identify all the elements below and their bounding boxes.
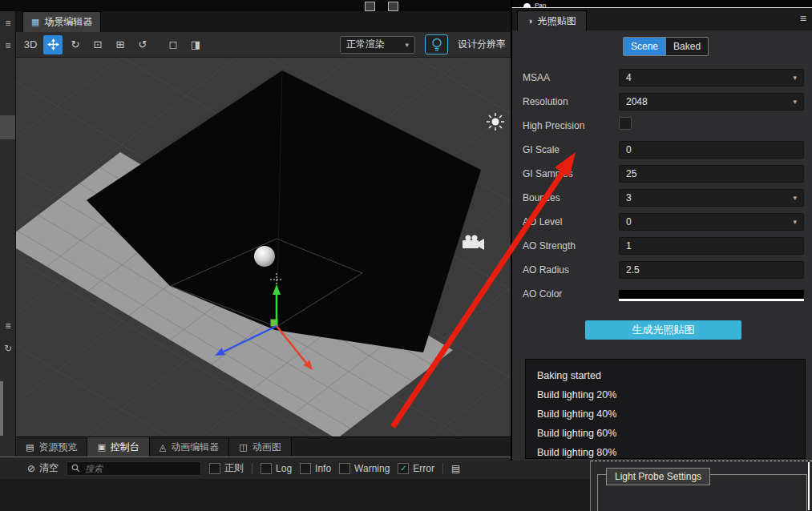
baked-mode-button[interactable]: Baked <box>665 38 708 55</box>
move-icon <box>47 38 59 50</box>
warning-checkbox[interactable] <box>339 463 350 474</box>
scene-tab-label: 场景编辑器 <box>44 15 92 29</box>
light-probe-settings-header[interactable]: Light Probe Settings <box>606 468 710 485</box>
filter-warning[interactable]: Warning <box>339 463 390 474</box>
move-tool-button[interactable] <box>43 35 63 54</box>
regex-checkbox[interactable] <box>209 463 220 474</box>
bake-log-line: Baking started <box>537 366 805 385</box>
sun-light-gizmo[interactable] <box>487 113 504 131</box>
scene-tabbar: ▦ 场景编辑器 <box>16 11 511 32</box>
lightmap-tab-label: 光照贴图 <box>538 14 576 28</box>
list-menu-icon[interactable]: ≡ <box>0 320 16 332</box>
ao-strength-input[interactable] <box>619 237 804 255</box>
chevron-down-icon: ▾ <box>793 194 797 202</box>
error-checkbox[interactable]: ✓ <box>398 463 409 474</box>
tab-label: 动画图 <box>252 441 281 454</box>
bake-log-line: Build lighting 60% <box>537 424 805 443</box>
field-label: High Precision <box>523 120 619 131</box>
high-precision-checkbox[interactable] <box>619 117 632 130</box>
window-title-fragment: Pan <box>535 2 546 8</box>
ao-radius-input[interactable] <box>619 261 804 279</box>
open-log-file-button[interactable]: ▤ <box>451 463 460 474</box>
regex-toggle[interactable]: 正则 <box>209 461 244 475</box>
sphere-object[interactable] <box>254 246 275 267</box>
transform-space-button[interactable]: ↺ <box>133 35 152 54</box>
form-row-bounces: Bounces 3 ▾ <box>523 189 804 207</box>
search-icon <box>71 464 80 473</box>
lightmap-panel: Pan ◑ 光照贴图 ≡ Scene Baked MSAA 4 ▾ Resolu… <box>511 0 812 461</box>
lightmap-tabbar: ◑ 光照贴图 ≡ <box>512 8 812 30</box>
select-value: 3 <box>626 192 793 203</box>
regex-label: 正则 <box>224 461 244 475</box>
filter-label: Info <box>315 463 331 474</box>
chevron-down-icon: ▾ <box>793 98 797 106</box>
pivot-toggle-button[interactable]: ◻ <box>164 35 183 54</box>
scene-baked-toggle: Scene Baked <box>623 37 709 56</box>
mode-3d-button[interactable]: 3D <box>21 35 40 54</box>
light-probe-group: Light Probe Settings <box>597 474 807 511</box>
tab-asset-preview[interactable]: ▤ 资源预览 <box>16 437 87 457</box>
cropped-toolbar-stub <box>388 2 398 11</box>
tab-label: 动画编辑器 <box>171 441 219 454</box>
form-row-ao-level: AO Level 0 ▾ <box>523 213 804 231</box>
inspector-scrollbar[interactable] <box>808 462 810 510</box>
field-label: Bounces <box>523 192 619 203</box>
select-value: 2048 <box>626 96 793 107</box>
gi-samples-input[interactable] <box>619 165 804 183</box>
form-row-gi-scale: GI Scale <box>523 141 804 159</box>
render-mode-value: 正常渲染 <box>346 38 385 51</box>
form-row-ao-radius: AO Radius <box>523 261 804 279</box>
console-search[interactable] <box>67 461 201 476</box>
tab-lightmap[interactable]: ◑ 光照贴图 <box>517 10 587 30</box>
lightmap-tab-icon: ◑ <box>527 16 533 26</box>
tab-scene-editor[interactable]: ▦ 场景编辑器 <box>22 11 101 32</box>
msaa-select[interactable]: 4 ▾ <box>619 69 804 87</box>
layers-panel-icon[interactable]: ≡ <box>0 40 16 51</box>
lightmap-body: Scene Baked MSAA 4 ▾ Resolution 2048 ▾ H… <box>512 30 812 461</box>
panel-menu-icon[interactable]: ≡ <box>800 12 806 25</box>
refresh-icon[interactable]: ↻ <box>0 343 16 354</box>
animation-graph-icon: ◫ <box>239 442 247 453</box>
rotate-tool-button[interactable]: ↻ <box>66 35 85 54</box>
log-file-icon: ▤ <box>451 463 460 474</box>
resolution-select[interactable]: 2048 ▾ <box>619 93 804 111</box>
bake-log-line: Build lighting 80% <box>537 443 805 459</box>
divider <box>442 463 443 474</box>
info-checkbox[interactable] <box>300 463 311 474</box>
console-output[interactable] <box>0 479 591 511</box>
snap-settings-button[interactable]: ◨ <box>186 35 205 54</box>
scene-mode-button[interactable]: Scene <box>624 38 665 55</box>
scale-tool-button[interactable]: ⊡ <box>88 35 107 54</box>
hamburger-menu-icon[interactable]: ≡ <box>0 18 16 29</box>
tab-animation-graph[interactable]: ◫ 动画图 <box>229 437 291 457</box>
lightbulb-icon <box>431 38 442 52</box>
scene-viewport[interactable] <box>16 58 511 437</box>
ao-level-select[interactable]: 0 ▾ <box>619 213 804 231</box>
form-row-msaa: MSAA 4 ▾ <box>523 69 804 87</box>
filter-log[interactable]: Log <box>261 463 292 474</box>
bottom-panel-tabs: ▤ 资源预览 ▣ 控制台 ◬ 动画编辑器 ◫ 动画图 <box>16 437 511 457</box>
tab-console[interactable]: ▣ 控制台 <box>87 437 149 457</box>
render-mode-select[interactable]: 正常渲染 ▾ <box>340 36 415 54</box>
chevron-down-icon: ▾ <box>793 218 797 226</box>
generate-lightmap-button[interactable]: 生成光照贴图 <box>585 320 741 340</box>
search-input[interactable] <box>83 463 196 474</box>
clear-console-button[interactable]: ⊘ 清空 <box>27 461 59 475</box>
rect-tool-button[interactable]: ⊞ <box>111 35 130 54</box>
bake-log-box[interactable]: Baking started Build lighting 20% Build … <box>525 359 806 459</box>
console-toolbar: ⊘ 清空 正则 Log Info Warning ✓ Error ▤ <box>0 457 591 479</box>
bounces-select[interactable]: 3 ▾ <box>619 189 804 207</box>
lighting-toggle-button[interactable] <box>425 34 448 54</box>
field-label: AO Radius <box>523 264 619 276</box>
filter-info[interactable]: Info <box>300 463 331 474</box>
left-rail: ≡ ≡ ≡ ↻ <box>0 11 16 457</box>
ao-color-swatch[interactable] <box>619 290 804 301</box>
scene-tab-icon: ▦ <box>31 17 39 27</box>
tab-animation-editor[interactable]: ◬ 动画编辑器 <box>150 437 229 457</box>
gi-scale-input[interactable] <box>619 141 804 159</box>
field-label: GI Samples <box>523 168 619 179</box>
log-checkbox[interactable] <box>261 463 272 474</box>
filter-label: Error <box>413 463 434 474</box>
rail-scrollbar[interactable] <box>0 381 3 436</box>
filter-error[interactable]: ✓ Error <box>398 463 434 474</box>
